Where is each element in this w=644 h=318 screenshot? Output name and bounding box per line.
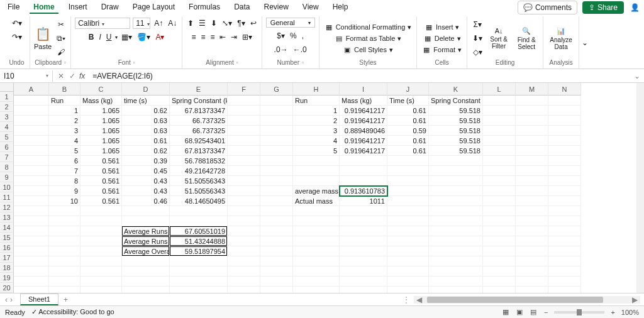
merge-center-icon[interactable]: ⊞▾ bbox=[241, 31, 253, 43]
align-right-icon[interactable]: ≡ bbox=[209, 31, 216, 43]
format-as-table-button[interactable]: ▤Format as Table ▾ bbox=[333, 33, 403, 43]
zoom-in-icon[interactable]: + bbox=[609, 307, 616, 317]
decrease-font-icon[interactable]: A↓ bbox=[167, 18, 178, 29]
cell-D8[interactable]: 0.45 bbox=[122, 166, 170, 176]
cell-E11[interactable]: 48.14650495 bbox=[170, 196, 228, 206]
cell-C2[interactable]: 1.065 bbox=[80, 106, 122, 116]
cell-G2[interactable] bbox=[260, 106, 293, 116]
cell-A20[interactable] bbox=[14, 287, 49, 293]
cell-F10[interactable] bbox=[228, 186, 260, 196]
cell-H7[interactable] bbox=[293, 156, 340, 166]
cell-I4[interactable]: 0.889489046 bbox=[340, 126, 387, 136]
cell-C20[interactable] bbox=[80, 287, 122, 293]
align-top-icon[interactable]: ⬆ bbox=[186, 18, 195, 29]
cell-G13[interactable] bbox=[260, 216, 293, 226]
cell-H6[interactable]: 5 bbox=[293, 146, 340, 156]
accounting-format-icon[interactable]: $▾ bbox=[275, 30, 286, 41]
cell-E1[interactable]: Spring Constant (k) bbox=[170, 96, 228, 106]
cell-B1[interactable]: Run bbox=[49, 96, 80, 106]
cell-E7[interactable]: 56.78818532 bbox=[170, 156, 228, 166]
paste-button[interactable]: 📋 Paste bbox=[34, 26, 52, 50]
cell-M11[interactable] bbox=[516, 196, 548, 206]
cell-L11[interactable] bbox=[483, 196, 516, 206]
fill-color-icon[interactable]: 🪣▾ bbox=[136, 31, 152, 43]
cell-I11[interactable]: 1011 bbox=[340, 196, 387, 206]
cell-I15[interactable] bbox=[340, 236, 387, 246]
cell-D4[interactable]: 0.63 bbox=[122, 126, 170, 136]
col-header-I[interactable]: I bbox=[340, 83, 387, 96]
cell-H14[interactable] bbox=[293, 226, 340, 236]
cell-D16[interactable]: Average Overall bbox=[122, 246, 170, 256]
font-launcher-icon[interactable]: ▫ bbox=[133, 60, 135, 65]
cell-E3[interactable]: 66.737325 bbox=[170, 116, 228, 126]
col-header-K[interactable]: K bbox=[429, 83, 483, 96]
cell-K20[interactable] bbox=[429, 287, 483, 293]
analyze-data-button[interactable]: 📊Analyze Data bbox=[547, 27, 575, 50]
cell-C3[interactable]: 1.065 bbox=[80, 116, 122, 126]
cell-G11[interactable] bbox=[260, 196, 293, 206]
cell-G1[interactable] bbox=[260, 96, 293, 106]
cell-F9[interactable] bbox=[228, 176, 260, 186]
align-middle-icon[interactable]: ☰ bbox=[197, 18, 207, 29]
cell-K12[interactable] bbox=[429, 206, 483, 216]
col-header-C[interactable]: C bbox=[80, 83, 122, 96]
align-bottom-icon[interactable]: ⬇ bbox=[209, 18, 218, 29]
page-break-view-icon[interactable]: ▤ bbox=[529, 307, 538, 317]
cell-K4[interactable]: 59.518 bbox=[429, 126, 483, 136]
cell-N20[interactable] bbox=[548, 287, 581, 293]
cell-I8[interactable] bbox=[340, 166, 387, 176]
cell-N18[interactable] bbox=[548, 266, 581, 277]
cell-L18[interactable] bbox=[483, 266, 516, 277]
cell-K17[interactable] bbox=[429, 256, 483, 266]
cell-I17[interactable] bbox=[340, 256, 387, 266]
cell-G18[interactable] bbox=[260, 266, 293, 277]
cell-F14[interactable] bbox=[228, 226, 260, 236]
cell-D14[interactable]: Average Runs 1-5 bbox=[122, 226, 170, 236]
cell-F15[interactable] bbox=[228, 236, 260, 246]
col-header-H[interactable]: H bbox=[293, 83, 340, 96]
sheet-tab-1[interactable]: Sheet1 bbox=[20, 293, 58, 305]
cell-D6[interactable]: 0.62 bbox=[122, 146, 170, 156]
cell-I14[interactable] bbox=[340, 226, 387, 236]
col-header-D[interactable]: D bbox=[122, 83, 170, 96]
cell-N11[interactable] bbox=[548, 196, 581, 206]
cell-B4[interactable]: 3 bbox=[49, 126, 80, 136]
number-format-select[interactable]: General▾ bbox=[266, 18, 315, 28]
cell-L16[interactable] bbox=[483, 246, 516, 256]
cell-L2[interactable] bbox=[483, 106, 516, 116]
cell-styles-button[interactable]: ▣Cell Styles ▾ bbox=[341, 45, 394, 55]
cell-E8[interactable]: 49.21642728 bbox=[170, 166, 228, 176]
cell-H18[interactable] bbox=[293, 266, 340, 277]
cell-D2[interactable]: 0.62 bbox=[122, 106, 170, 116]
sort-filter-button[interactable]: A↓Sort & Filter bbox=[487, 27, 510, 50]
cell-B8[interactable]: 7 bbox=[49, 166, 80, 176]
cell-D1[interactable]: time (s) bbox=[122, 96, 170, 106]
row-header-5[interactable]: 5 bbox=[0, 132, 14, 142]
cell-H13[interactable] bbox=[293, 216, 340, 226]
col-header-L[interactable]: L bbox=[483, 83, 516, 96]
cell-B17[interactable] bbox=[49, 256, 80, 266]
cell-H15[interactable] bbox=[293, 236, 340, 246]
cell-B2[interactable]: 1 bbox=[49, 106, 80, 116]
cell-K1[interactable]: Spring Constant bbox=[429, 96, 483, 106]
cell-F7[interactable] bbox=[228, 156, 260, 166]
cell-L13[interactable] bbox=[483, 216, 516, 226]
cell-L17[interactable] bbox=[483, 256, 516, 266]
cell-K3[interactable]: 59.518 bbox=[429, 116, 483, 126]
cell-F5[interactable] bbox=[228, 136, 260, 146]
cell-N4[interactable] bbox=[548, 126, 581, 136]
cell-E16[interactable]: 59.51897954 bbox=[170, 246, 228, 256]
cell-N19[interactable] bbox=[548, 277, 581, 287]
wrap-text-icon[interactable]: ↩ bbox=[249, 18, 258, 29]
insert-cells-button[interactable]: ▦Insert ▾ bbox=[423, 22, 461, 32]
cell-I2[interactable]: 0.919641217 bbox=[340, 106, 387, 116]
cell-A12[interactable] bbox=[14, 206, 49, 216]
format-painter-icon[interactable]: 🖌 bbox=[55, 47, 67, 58]
row-header-12[interactable]: 12 bbox=[0, 202, 14, 212]
tab-next-icon[interactable]: › bbox=[10, 295, 13, 304]
cell-B10[interactable]: 9 bbox=[49, 186, 80, 196]
italic-button[interactable]: I bbox=[97, 31, 102, 43]
undo-icon[interactable]: ↶▾ bbox=[11, 18, 23, 29]
cell-A19[interactable] bbox=[14, 277, 49, 287]
cell-K2[interactable]: 59.518 bbox=[429, 106, 483, 116]
